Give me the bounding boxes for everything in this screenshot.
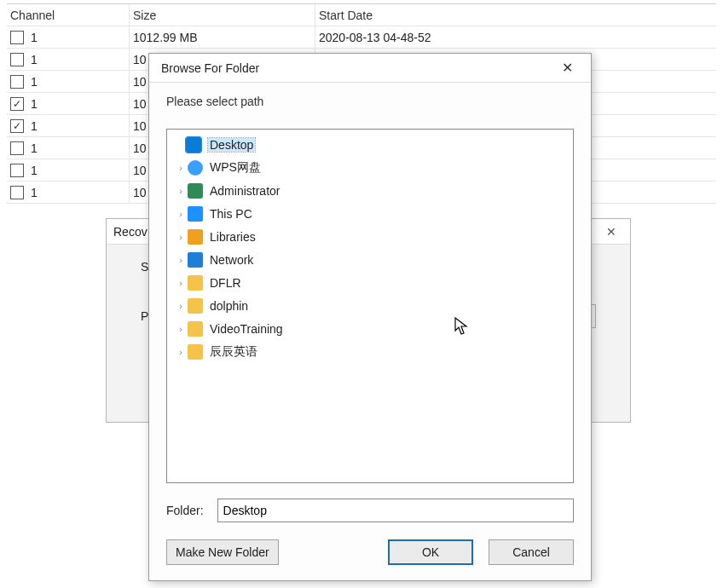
- make-new-folder-button[interactable]: Make New Folder: [166, 539, 279, 565]
- tree-item[interactable]: Desktop: [169, 133, 571, 156]
- browse-folder-dialog: Browse For Folder ✕ Please select path D…: [148, 53, 592, 581]
- tree-item-label: dolphin: [210, 299, 248, 313]
- cell-channel: 1: [7, 26, 130, 48]
- cell-channel-text: 1: [31, 31, 38, 44]
- tree-item[interactable]: ›dolphin: [169, 294, 571, 317]
- chevron-right-icon[interactable]: ›: [174, 278, 188, 288]
- col-header-size[interactable]: Size: [130, 4, 315, 26]
- folder-row: Folder:: [149, 483, 591, 531]
- ok-button[interactable]: OK: [388, 539, 473, 565]
- col-header-startdate[interactable]: Start Date: [315, 4, 716, 26]
- tree-item-label: DFLR: [210, 276, 241, 290]
- row-checkbox[interactable]: [10, 186, 24, 199]
- tree-item-label: Desktop: [208, 138, 255, 152]
- cell-channel-text: 1: [31, 75, 38, 89]
- cell-channel: 1: [7, 137, 130, 159]
- cell-channel-text: 1: [31, 164, 38, 177]
- row-checkbox[interactable]: [10, 75, 24, 89]
- chevron-right-icon[interactable]: ›: [174, 255, 188, 265]
- net-icon: [188, 252, 203, 268]
- tree-item-label: Network: [210, 253, 253, 267]
- cloud-icon: [188, 160, 203, 176]
- cell-channel-text: 1: [31, 53, 38, 66]
- table-header: Channel Size Start Date: [7, 4, 716, 26]
- cell-channel-text: 1: [31, 186, 38, 199]
- tree-item[interactable]: ›Network: [169, 248, 571, 271]
- tree-item[interactable]: ›Libraries: [169, 225, 571, 248]
- cell-start-date: 2020-08-13 04-48-52: [315, 26, 716, 48]
- lib-icon: [188, 229, 203, 245]
- tree-item[interactable]: ›VideoTraining: [169, 317, 571, 340]
- col-header-channel[interactable]: Channel: [7, 4, 130, 26]
- chevron-right-icon[interactable]: ›: [174, 347, 188, 357]
- row-checkbox[interactable]: [10, 53, 24, 66]
- folder-icon: [188, 344, 203, 360]
- cell-channel-text: 1: [31, 141, 38, 155]
- cell-size: 1012.99 MB: [130, 26, 315, 48]
- folder-label: Folder:: [166, 504, 204, 517]
- cell-channel: 1: [7, 115, 130, 136]
- chevron-right-icon[interactable]: ›: [174, 186, 188, 196]
- cell-channel: 1: [7, 182, 130, 203]
- dialog-buttons: Make New Folder OK Cancel: [149, 531, 591, 580]
- table-row[interactable]: 11012.99 MB2020-08-13 04-48-52: [7, 26, 716, 49]
- cell-channel-text: 1: [31, 119, 38, 133]
- close-icon[interactable]: ✕: [599, 222, 623, 241]
- cancel-button[interactable]: Cancel: [489, 539, 574, 565]
- folder-input[interactable]: [217, 499, 574, 522]
- tree-item[interactable]: ›DFLR: [169, 271, 571, 294]
- tree-item-label: 辰辰英语: [210, 344, 257, 360]
- recovery-title: Recov: [113, 225, 147, 239]
- browse-subtitle: Please select path: [149, 83, 591, 129]
- tree-item[interactable]: ›Administrator: [169, 179, 571, 202]
- folder-tree[interactable]: Desktop›WPS网盘›Administrator›This PC›Libr…: [166, 129, 574, 483]
- row-checkbox[interactable]: [10, 164, 24, 177]
- cell-channel: 1: [7, 159, 130, 181]
- folder-icon: [188, 321, 203, 337]
- row-checkbox[interactable]: [10, 31, 24, 44]
- folder-icon: [188, 275, 203, 291]
- close-icon[interactable]: ✕: [550, 56, 584, 80]
- chevron-right-icon[interactable]: ›: [174, 324, 188, 334]
- desktop-icon: [186, 137, 201, 153]
- chevron-right-icon[interactable]: ›: [174, 301, 188, 311]
- user-icon: [188, 183, 203, 199]
- cell-channel: 1: [7, 93, 130, 114]
- tree-item-label: Administrator: [210, 184, 280, 198]
- row-checkbox[interactable]: [10, 97, 24, 111]
- row-checkbox[interactable]: [10, 141, 24, 155]
- tree-item-label: WPS网盘: [210, 160, 261, 176]
- chevron-right-icon[interactable]: ›: [174, 232, 188, 242]
- browse-titlebar[interactable]: Browse For Folder ✕: [149, 54, 591, 83]
- tree-item-label: This PC: [210, 207, 252, 221]
- cell-channel: 1: [7, 49, 130, 70]
- cell-channel-text: 1: [31, 97, 38, 111]
- tree-item-label: Libraries: [210, 230, 256, 244]
- tree-item[interactable]: ›This PC: [169, 202, 571, 225]
- browse-title: Browse For Folder: [161, 61, 259, 75]
- cell-channel: 1: [7, 71, 130, 92]
- chevron-right-icon[interactable]: ›: [174, 209, 188, 219]
- folder-icon: [188, 298, 203, 314]
- chevron-right-icon[interactable]: ›: [174, 163, 188, 173]
- row-checkbox[interactable]: [10, 119, 24, 133]
- tree-item[interactable]: ›WPS网盘: [169, 156, 571, 179]
- pc-icon: [188, 206, 203, 222]
- tree-item-label: VideoTraining: [210, 322, 283, 336]
- tree-item[interactable]: ›辰辰英语: [169, 340, 571, 363]
